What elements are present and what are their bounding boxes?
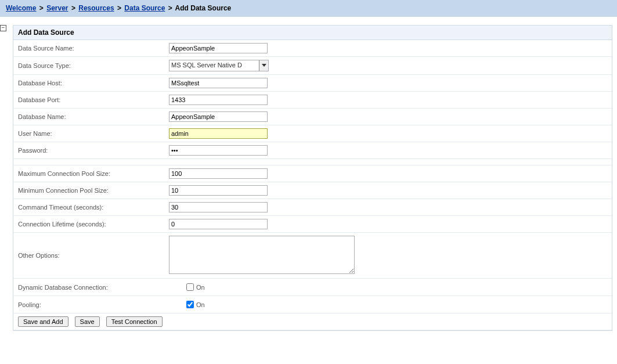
dynamic-conn-checkbox[interactable] bbox=[186, 283, 194, 291]
database-host-input[interactable] bbox=[169, 78, 268, 88]
breadcrumb-current: Add Data Source bbox=[175, 4, 232, 12]
data-source-type-select[interactable]: MS SQL Server Native D bbox=[169, 60, 269, 71]
min-pool-input[interactable] bbox=[169, 185, 268, 196]
save-and-add-button[interactable]: Save and Add bbox=[18, 316, 68, 327]
label-data-source-type: Data Source Type: bbox=[13, 57, 164, 75]
dynamic-conn-checkbox-label: On bbox=[196, 284, 205, 291]
database-name-input[interactable] bbox=[169, 111, 268, 122]
label-other-options: Other Options: bbox=[13, 233, 164, 279]
breadcrumb: Welcome > Server > Resources > Data Sour… bbox=[0, 0, 617, 17]
form-table: Data Source Name: Data Source Type: MS S… bbox=[13, 40, 612, 330]
chevron-down-icon[interactable] bbox=[259, 60, 268, 71]
label-conn-lifetime: Connection Lifetime (seconds): bbox=[13, 216, 164, 233]
password-input[interactable] bbox=[169, 145, 268, 156]
label-dynamic-conn: Dynamic Database Connection: bbox=[13, 279, 164, 296]
breadcrumb-link-server[interactable]: Server bbox=[46, 4, 68, 12]
label-max-pool: Maximum Connection Pool Size: bbox=[13, 165, 164, 182]
breadcrumb-link-datasource[interactable]: Data Source bbox=[124, 4, 165, 12]
label-database-port: Database Port: bbox=[13, 92, 164, 109]
test-connection-button[interactable]: Test Connection bbox=[106, 316, 163, 327]
label-password: Password: bbox=[13, 142, 164, 159]
label-user-name: User Name: bbox=[13, 125, 164, 142]
data-source-name-input[interactable] bbox=[169, 43, 268, 53]
label-database-host: Database Host: bbox=[13, 75, 164, 92]
other-options-textarea[interactable] bbox=[169, 236, 355, 274]
save-button[interactable]: Save bbox=[75, 316, 100, 327]
breadcrumb-link-resources[interactable]: Resources bbox=[78, 4, 114, 12]
form-panel: Add Data Source Data Source Name: Data S… bbox=[13, 25, 612, 331]
label-pooling: Pooling: bbox=[13, 296, 164, 313]
label-data-source-name: Data Source Name: bbox=[13, 40, 164, 57]
breadcrumb-sep: > bbox=[116, 4, 122, 12]
pooling-checkbox[interactable] bbox=[186, 301, 194, 308]
user-name-input[interactable] bbox=[169, 128, 268, 139]
breadcrumb-link-welcome[interactable]: Welcome bbox=[6, 4, 36, 12]
collapse-icon[interactable]: − bbox=[0, 25, 6, 31]
database-port-input[interactable] bbox=[169, 95, 268, 105]
breadcrumb-sep: > bbox=[70, 4, 77, 12]
label-min-pool: Minimum Connection Pool Size: bbox=[13, 182, 164, 199]
panel-title: Add Data Source bbox=[13, 26, 612, 40]
label-cmd-timeout: Command Timeout (seconds): bbox=[13, 199, 164, 216]
conn-lifetime-input[interactable] bbox=[169, 219, 268, 229]
breadcrumb-sep: > bbox=[167, 4, 174, 12]
max-pool-input[interactable] bbox=[169, 168, 268, 179]
breadcrumb-sep: > bbox=[38, 4, 45, 12]
svg-marker-0 bbox=[262, 64, 266, 67]
cmd-timeout-input[interactable] bbox=[169, 202, 268, 212]
label-database-name: Database Name: bbox=[13, 109, 164, 125]
data-source-type-value: MS SQL Server Native D bbox=[169, 60, 259, 71]
pooling-checkbox-label: On bbox=[196, 301, 205, 308]
